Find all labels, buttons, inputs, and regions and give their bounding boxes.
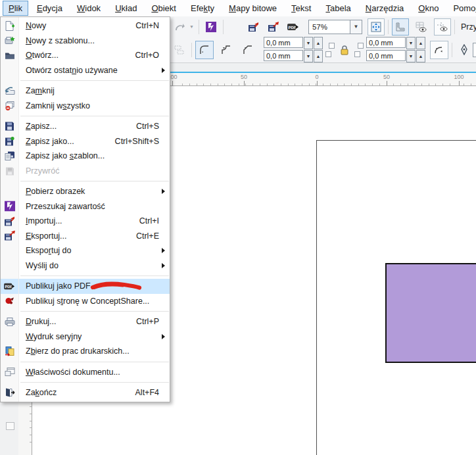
menu-item-przeszukaj-zawartosc[interactable]: Przeszukaj zawartość [1, 199, 170, 214]
menu-item-zamknij[interactable]: Zamknij [1, 84, 170, 99]
spin-down-button[interactable]: ▼ [304, 37, 313, 49]
lock-corners-button[interactable] [336, 41, 353, 59]
round-corner-button[interactable] [195, 41, 214, 59]
spin-up-button[interactable]: ▲ [416, 37, 425, 49]
menu-item-zapisz-jako[interactable]: Zapisz jako... Ctrl+Shift+S [1, 134, 170, 149]
menu-separator [20, 181, 169, 181]
corner-radius-top-right-field[interactable]: 0,0 mm [366, 37, 406, 48]
guidelines-toggle-button[interactable] [434, 18, 451, 36]
menu-pomoc[interactable]: Pomoc [447, 1, 476, 16]
relative-corner-scaling-button[interactable] [430, 41, 448, 59]
rulers-toggle-button[interactable] [392, 18, 409, 36]
spin-up-button[interactable]: ▲ [416, 50, 425, 62]
publish-pdf-icon: PDF [287, 22, 299, 32]
relative-corner-icon [433, 44, 445, 56]
outline-width-combo[interactable]: 0,2 mm [473, 43, 476, 57]
menu-item-otworz[interactable]: Otwórz... Ctrl+O [1, 48, 170, 63]
menu-item-wlasciwosci-dokumentu[interactable]: Właściwości dokumentu... [1, 365, 170, 380]
menu-item-eksportuj-do[interactable]: Eksportuj do [1, 243, 170, 258]
purple-rectangle-object[interactable] [385, 263, 476, 363]
hruler-major-tick [244, 81, 245, 85]
redo-dropdown-arrow[interactable]: ▼ [189, 24, 194, 29]
print-icon [4, 316, 15, 327]
chamfered-corner-button[interactable] [239, 41, 257, 59]
corner-select-right-widget[interactable] [354, 41, 364, 59]
import-icon [248, 22, 259, 32]
hruler-label: 50 [383, 74, 390, 80]
scalloped-corner-button[interactable] [217, 41, 235, 59]
menu-item-pobierz-obrazek[interactable]: Pobierz obrazek [1, 184, 170, 199]
spin-down-button[interactable]: ▼ [406, 50, 416, 62]
hruler-label: 100 [454, 74, 464, 80]
menu-tekst[interactable]: Tekst [285, 1, 317, 16]
menu-okno[interactable]: Okno [412, 1, 444, 16]
close-document-icon [4, 85, 15, 97]
menu-tabela[interactable]: Tabela [320, 1, 356, 16]
fit-page-button[interactable] [368, 18, 385, 36]
publish-pdf-button[interactable]: PDF [285, 18, 302, 36]
menu-item-publikuj-jako-pdf[interactable]: PDF Publikuj jako PDF [1, 279, 170, 294]
hruler-major-tick [172, 81, 173, 85]
grid-eye-icon [416, 22, 427, 32]
svg-text:PDF: PDF [5, 285, 12, 289]
spin-down-button[interactable]: ▼ [304, 50, 313, 62]
spin-up-button[interactable]: ▲ [314, 50, 323, 62]
corner-radius-top-left-field[interactable]: 0,0 mm [264, 37, 303, 48]
corner-radius-bottom-left-field[interactable]: 0,0 mm [264, 50, 303, 61]
menu-item-zapisz-jako-szablon[interactable]: Zapisz jako szablon... [1, 149, 170, 164]
svg-text:PDF: PDF [288, 26, 296, 30]
menu-plik[interactable]: Plik [3, 1, 28, 16]
menu-separator [20, 80, 169, 81]
hruler-major-tick [317, 81, 318, 85]
spin-down-button[interactable]: ▼ [406, 37, 416, 49]
spin-up-button[interactable]: ▲ [314, 37, 323, 49]
import-button[interactable] [245, 18, 262, 36]
menu-item-zapisz[interactable]: Zapisz... Ctrl+S [1, 119, 170, 134]
redo-arrow-icon [174, 22, 185, 32]
snap-to-label[interactable]: Przyciągaj do [461, 22, 476, 32]
menu-narzedzia[interactable]: Narzędzia [360, 1, 410, 16]
shortcut-label: Ctrl+N [135, 21, 170, 30]
outline-width-button[interactable] [456, 41, 473, 59]
corner-select-left-widget[interactable] [325, 41, 335, 59]
menu-item-importuj[interactable]: Importuj... Ctrl+I [1, 214, 170, 229]
hruler-label: 50 [241, 74, 247, 80]
menu-item-zbierz-do-prac-drukarskich[interactable]: Zbierz do prac drukarskich... [1, 344, 170, 359]
menu-edycja[interactable]: Edycja [31, 1, 68, 16]
menu-item-otworz-ostatnio-uzywane[interactable]: Otwórz ostatnio używane [1, 63, 170, 78]
menu-item-eksportuj[interactable]: Eksportuj... Ctrl+E [1, 229, 170, 244]
menu-item-publikuj-strone-w-conceptshare[interactable]: Publikuj stronę w ConceptShare... [1, 294, 170, 309]
menu-separator [20, 311, 169, 312]
export-button[interactable] [265, 18, 282, 36]
redo-button[interactable] [171, 18, 188, 36]
menu-item-wydruk-seryjny[interactable]: Wydruk seryjny [1, 329, 170, 345]
menu-mapy-bitowe[interactable]: Mapy bitowe [223, 1, 283, 16]
left-corner-radius-fields: 0,0 mm ▼ ▲ 0,0 mm ▼ ▲ [264, 37, 323, 62]
menu-obiekt[interactable]: Obiekt [145, 1, 182, 16]
export-icon [4, 230, 15, 241]
menu-item-zakoncz[interactable]: Zakończ Alt+F4 [1, 385, 170, 400]
menu-item-zamknij-wszystko[interactable]: Zamknij wszystko [1, 99, 170, 114]
grid-toggle-button[interactable] [413, 18, 430, 36]
menu-item-drukuj[interactable]: Drukuj... Ctrl+P [1, 314, 170, 329]
conceptshare-icon [4, 295, 15, 306]
edit-corners-together-button[interactable] [171, 41, 188, 59]
outline-pen-icon [460, 44, 469, 55]
zoom-level-value: 57% [312, 23, 346, 31]
menu-item-wyslij-do[interactable]: Wyślij do [1, 258, 170, 274]
zoom-combo-arrow[interactable]: ▼ [350, 20, 362, 34]
corner-radius-bottom-right-field[interactable]: 0,0 mm [366, 50, 406, 61]
hruler-major-tick [387, 81, 387, 85]
corel-connect-button[interactable] [202, 18, 220, 36]
menu-widok[interactable]: Widok [71, 1, 107, 16]
fit-page-icon [371, 22, 381, 32]
zoom-level-combo[interactable]: 57% [308, 20, 350, 34]
menu-efekty[interactable]: Efekty [185, 1, 220, 16]
menu-separator [20, 116, 169, 116]
menu-item-nowy[interactable]: Nowy Ctrl+N [1, 18, 170, 34]
round-corner-icon [199, 44, 210, 56]
toolbox-tool-icon[interactable] [6, 422, 14, 430]
menu-uklad[interactable]: Układ [109, 1, 143, 16]
menu-item-nowy-z-szablonu[interactable]: Nowy z szablonu... [1, 34, 170, 49]
new-from-template-icon [4, 35, 15, 46]
